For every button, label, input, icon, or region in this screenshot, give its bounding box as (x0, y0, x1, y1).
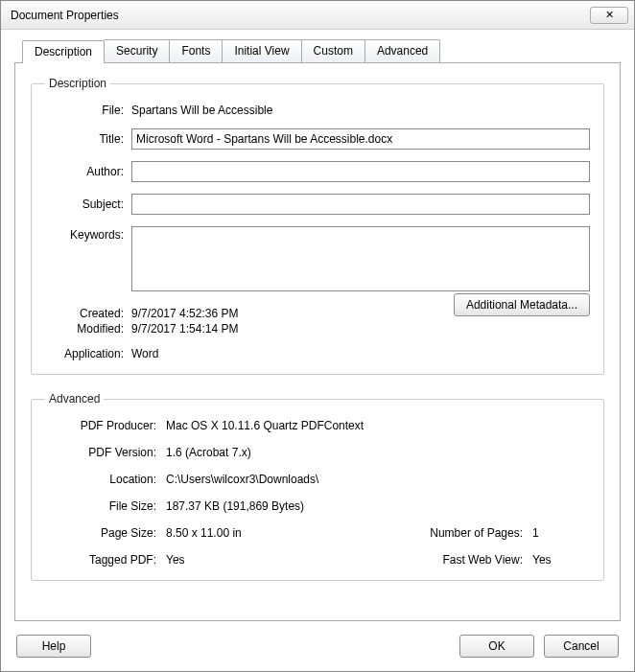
additional-metadata-button[interactable]: Additional Metadata... (454, 293, 590, 316)
tab-panel: Description File: Spartans Will be Acces… (14, 62, 621, 621)
pagesize-label: Page Size: (45, 526, 160, 540)
application-value: Word (131, 347, 158, 360)
filesize-value: 187.37 KB (191,869 Bytes) (166, 499, 590, 513)
author-input[interactable] (131, 161, 590, 182)
created-label: Created: (45, 307, 131, 320)
created-value: 9/7/2017 4:52:36 PM (131, 307, 238, 320)
keywords-label: Keywords: (45, 226, 131, 242)
location-label: Location: (45, 473, 160, 486)
version-label: PDF Version: (45, 446, 160, 459)
document-properties-window: Document Properties ✕ Description Securi… (0, 0, 635, 672)
advanced-group: Advanced PDF Producer: Mac OS X 10.11.6 … (31, 392, 604, 581)
filesize-label: File Size: (45, 499, 160, 513)
location-value: C:\Users\wilcoxr3\Downloads\ (166, 473, 590, 486)
tab-description[interactable]: Description (22, 40, 105, 63)
tagged-label: Tagged PDF: (45, 553, 160, 567)
description-group: Description File: Spartans Will be Acces… (31, 77, 604, 375)
window-title: Document Properties (11, 9, 590, 22)
tab-custom[interactable]: Custom (301, 39, 365, 62)
numpages-value: 1 (532, 526, 590, 540)
fastweb-label: Fast Web View: (392, 553, 527, 567)
application-label: Application: (45, 347, 131, 360)
title-input[interactable] (131, 128, 590, 150)
version-value: 1.6 (Acrobat 7.x) (166, 446, 590, 459)
tab-security[interactable]: Security (104, 39, 170, 62)
close-icon: ✕ (605, 9, 614, 21)
modified-label: Modified: (45, 322, 131, 336)
advanced-legend: Advanced (45, 392, 104, 406)
cancel-button[interactable]: Cancel (544, 635, 619, 658)
tagged-value: Yes (166, 553, 387, 567)
titlebar: Document Properties ✕ (1, 1, 634, 30)
tab-fonts[interactable]: Fonts (169, 39, 223, 62)
tab-advanced[interactable]: Advanced (365, 39, 440, 62)
dialog-footer: Help OK Cancel (1, 625, 634, 671)
subject-label: Subject: (45, 197, 131, 211)
keywords-input[interactable] (131, 226, 590, 291)
help-button[interactable]: Help (16, 635, 91, 658)
close-button[interactable]: ✕ (590, 7, 628, 24)
file-value: Spartans Will be Accessible (131, 104, 272, 117)
ok-button[interactable]: OK (459, 635, 534, 658)
fastweb-value: Yes (532, 553, 590, 567)
tab-initial-view[interactable]: Initial View (222, 39, 301, 62)
producer-label: PDF Producer: (45, 419, 160, 432)
footer-spacer (101, 635, 450, 658)
file-label: File: (45, 104, 131, 117)
title-label: Title: (45, 132, 131, 146)
author-label: Author: (45, 165, 131, 178)
description-legend: Description (45, 77, 110, 90)
tab-strip: Description Security Fonts Initial View … (22, 39, 621, 62)
subject-input[interactable] (131, 194, 590, 215)
numpages-label: Number of Pages: (392, 526, 527, 540)
pagesize-value: 8.50 x 11.00 in (166, 526, 387, 540)
content-area: Description Security Fonts Initial View … (1, 30, 634, 625)
modified-value: 9/7/2017 1:54:14 PM (131, 322, 238, 336)
producer-value: Mac OS X 10.11.6 Quartz PDFContext (166, 419, 590, 432)
